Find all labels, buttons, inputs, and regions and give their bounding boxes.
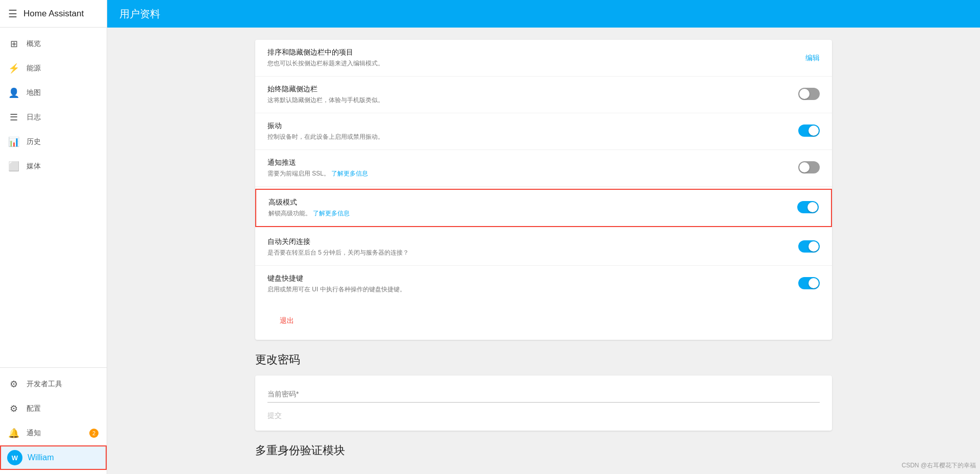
advanced-mode-info: 高级模式 解锁高级功能。 了解更多信息: [268, 198, 780, 218]
setting-row-keyboard-shortcuts: 键盘快捷键 启用或禁用可在 UI 中执行各种操作的键盘快捷键。: [255, 266, 832, 302]
overview-icon: ⊞: [8, 38, 19, 49]
notification-badge: 2: [89, 429, 99, 438]
always-hide-sidebar-action: [789, 88, 820, 102]
topbar: 用户资料: [107, 0, 980, 28]
vibration-action: [789, 124, 820, 139]
sort-hide-edit-link[interactable]: 编辑: [805, 54, 820, 62]
advanced-mode-toggle[interactable]: [797, 201, 819, 213]
current-password-input[interactable]: [267, 386, 820, 403]
keyboard-shortcuts-info: 键盘快捷键 启用或禁用可在 UI 中执行各种操作的键盘快捷键。: [267, 274, 781, 294]
advanced-mode-desc: 解锁高级功能。 了解更多信息: [268, 209, 780, 218]
sidebar: ☰ Home Assistant ⊞ 概览 ⚡ 能源 👤 地图 ☰ 日志 📊 历…: [0, 0, 107, 474]
always-hide-sidebar-desc: 这将默认隐藏侧边栏，体验与手机版类似。: [267, 96, 781, 105]
logout-row: 退出: [255, 302, 832, 340]
sidebar-item-media[interactable]: ⬜ 媒体: [0, 154, 107, 179]
vibration-label: 振动: [267, 121, 781, 131]
sidebar-item-history[interactable]: 📊 历史: [0, 130, 107, 154]
keyboard-shortcuts-label: 键盘快捷键: [267, 274, 781, 283]
change-password-title: 更改密码: [255, 352, 832, 367]
always-hide-sidebar-info: 始终隐藏侧边栏 这将默认隐藏侧边栏，体验与手机版类似。: [267, 85, 781, 105]
username-label: William: [28, 453, 54, 462]
advanced-mode-action: [788, 201, 819, 215]
sidebar-nav: ⊞ 概览 ⚡ 能源 👤 地图 ☰ 日志 📊 历史 ⬜ 媒体: [0, 28, 107, 367]
setting-row-always-hide-sidebar: 始终隐藏侧边栏 这将默认隐藏侧边栏，体验与手机版类似。: [255, 77, 832, 113]
auto-close-label: 自动关闭连接: [267, 237, 781, 246]
vibration-desc: 控制设备时，在此设备上启用或禁用振动。: [267, 133, 781, 141]
content-area[interactable]: 排序和隐藏侧边栏中的项目 您也可以长按侧边栏标题来进入编辑模式。 编辑 始终隐藏…: [107, 28, 980, 474]
sort-hide-action: 编辑: [789, 53, 820, 63]
advanced-mode-link[interactable]: 了解更多信息: [313, 210, 350, 217]
keyboard-shortcuts-desc: 启用或禁用可在 UI 中执行各种操作的键盘快捷键。: [267, 285, 781, 294]
user-profile-item[interactable]: W William: [0, 445, 107, 470]
sidebar-item-overview[interactable]: ⊞ 概览: [0, 32, 107, 56]
auto-close-action: [789, 240, 820, 255]
notifications-label: 通知: [27, 429, 41, 438]
sidebar-bottom: ⚙ 开发者工具 ⚙ 配置 🔔 通知 2 W William: [0, 367, 107, 474]
push-notifications-action: [789, 161, 820, 176]
change-password-section: 更改密码 提交: [255, 352, 832, 431]
sidebar-item-logs[interactable]: ☰ 日志: [0, 105, 107, 130]
media-icon: ⬜: [8, 161, 19, 172]
settings-card: 排序和隐藏侧边栏中的项目 您也可以长按侧边栏标题来进入编辑模式。 编辑 始终隐藏…: [255, 40, 832, 340]
keyboard-shortcuts-toggle[interactable]: [798, 277, 820, 289]
energy-label: 能源: [27, 64, 41, 73]
push-notifications-label: 通知推送: [267, 158, 781, 167]
submit-password-button[interactable]: 提交: [267, 411, 282, 420]
logs-label: 日志: [27, 113, 41, 122]
config-label: 配置: [27, 404, 41, 413]
push-notifications-desc: 需要为前端启用 SSL。 了解更多信息: [267, 169, 781, 178]
history-icon: 📊: [8, 136, 19, 147]
vibration-toggle[interactable]: [798, 124, 820, 137]
push-notifications-info: 通知推送 需要为前端启用 SSL。 了解更多信息: [267, 158, 781, 178]
setting-row-auto-close: 自动关闭连接 是否要在转至后台 5 分钟后，关闭与服务器的连接？: [255, 229, 832, 266]
vibration-info: 振动 控制设备时，在此设备上启用或禁用振动。: [267, 121, 781, 141]
sidebar-item-devtools[interactable]: ⚙ 开发者工具: [0, 372, 107, 396]
watermark: CSDN @右耳樱花下的幸福: [901, 461, 976, 470]
always-hide-sidebar-label: 始终隐藏侧边栏: [267, 85, 781, 94]
map-icon: 👤: [8, 87, 19, 98]
advanced-mode-label: 高级模式: [268, 198, 780, 207]
map-label: 地图: [27, 88, 41, 97]
setting-row-vibration: 振动 控制设备时，在此设备上启用或禁用振动。: [255, 113, 832, 150]
auto-close-desc: 是否要在转至后台 5 分钟后，关闭与服务器的连接？: [267, 248, 781, 257]
overview-label: 概览: [27, 39, 41, 48]
sort-hide-info: 排序和隐藏侧边栏中的项目 您也可以长按侧边栏标题来进入编辑模式。: [267, 48, 781, 68]
main: 用户资料 排序和隐藏侧边栏中的项目 您也可以长按侧边栏标题来进入编辑模式。 编辑…: [107, 0, 980, 474]
logs-icon: ☰: [8, 112, 19, 123]
history-label: 历史: [27, 137, 41, 146]
mfa-section: 多重身份验证模块: [255, 443, 832, 458]
setting-row-sort-hide: 排序和隐藏侧边栏中的项目 您也可以长按侧边栏标题来进入编辑模式。 编辑: [255, 40, 832, 77]
sidebar-item-map[interactable]: 👤 地图: [0, 81, 107, 105]
notifications-icon: 🔔: [8, 428, 19, 439]
sidebar-title: Home Assistant: [23, 9, 84, 19]
devtools-label: 开发者工具: [27, 380, 62, 389]
always-hide-sidebar-toggle[interactable]: [798, 88, 820, 100]
page-title: 用户资料: [119, 7, 160, 21]
logout-button[interactable]: 退出: [267, 310, 306, 332]
energy-icon: ⚡: [8, 63, 19, 74]
password-card: 提交: [255, 376, 832, 431]
auto-close-toggle[interactable]: [798, 240, 820, 253]
push-notifications-toggle[interactable]: [798, 161, 820, 173]
keyboard-shortcuts-action: [789, 277, 820, 291]
devtools-icon: ⚙: [8, 379, 19, 390]
avatar: W: [7, 450, 22, 465]
push-notifications-link[interactable]: 了解更多信息: [331, 170, 368, 177]
sidebar-header: ☰ Home Assistant: [0, 0, 107, 28]
sidebar-item-config[interactable]: ⚙ 配置: [0, 396, 107, 421]
config-icon: ⚙: [8, 403, 19, 414]
auto-close-info: 自动关闭连接 是否要在转至后台 5 分钟后，关闭与服务器的连接？: [267, 237, 781, 257]
setting-row-push-notifications: 通知推送 需要为前端启用 SSL。 了解更多信息: [255, 150, 832, 187]
sidebar-item-energy[interactable]: ⚡ 能源: [0, 56, 107, 81]
setting-row-advanced-mode: 高级模式 解锁高级功能。 了解更多信息: [255, 189, 832, 227]
sort-hide-desc: 您也可以长按侧边栏标题来进入编辑模式。: [267, 59, 781, 68]
mfa-title: 多重身份验证模块: [255, 443, 832, 458]
sort-hide-label: 排序和隐藏侧边栏中的项目: [267, 48, 781, 57]
hamburger-icon[interactable]: ☰: [8, 8, 17, 20]
media-label: 媒体: [27, 162, 41, 171]
sidebar-item-notifications[interactable]: 🔔 通知 2: [0, 421, 107, 445]
